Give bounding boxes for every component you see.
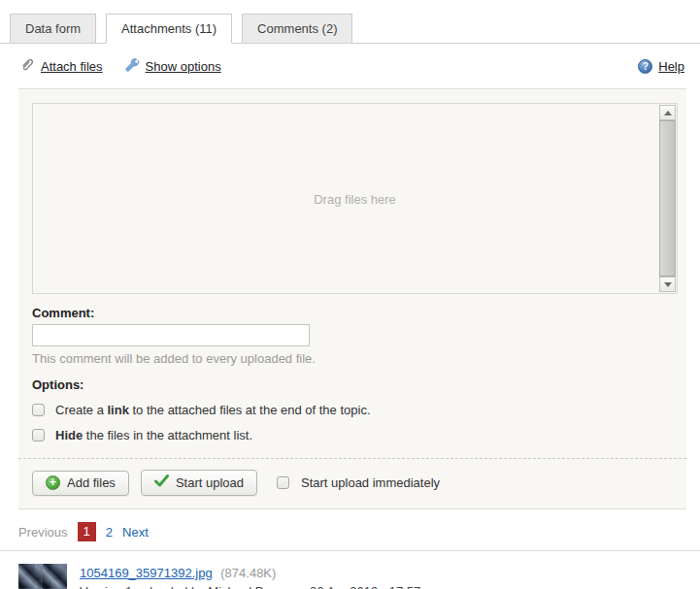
help-icon: ?: [638, 59, 652, 74]
create-link-text-post: to the attached files at the end of the …: [129, 403, 371, 417]
tab-data-form[interactable]: Data form: [10, 14, 96, 43]
scroll-down-button[interactable]: [659, 277, 676, 292]
pagination: Previous 1 2 Next: [0, 509, 700, 551]
comment-hint: This comment will be added to every uplo…: [32, 351, 678, 366]
tab-comments[interactable]: Comments (2): [242, 14, 352, 43]
create-link-text-bold: link: [107, 403, 128, 417]
attachment-title-line: 1054169_35971392.jpg (874.48K): [80, 565, 420, 581]
comment-input[interactable]: [32, 324, 310, 346]
comment-label: Comment:: [32, 306, 678, 320]
upload-panel: Drag files here Comment: This comment wi…: [18, 88, 686, 509]
pagination-page-1-current[interactable]: 1: [78, 522, 96, 541]
attachment-meta: 1054169_35971392.jpg (874.48K) Version 1…: [80, 564, 420, 589]
attachment-thumbnail[interactable]: [18, 564, 67, 589]
upload-actions: + Add files Start upload Start upload im…: [32, 459, 678, 508]
tab-attachments[interactable]: Attachments (11): [106, 14, 232, 44]
dropzone[interactable]: Drag files here: [32, 103, 678, 294]
help-label: Help: [658, 59, 684, 74]
attach-files-link[interactable]: Attach files: [19, 57, 103, 76]
hide-files-option-label: Hide the files in the attachment list.: [55, 428, 252, 442]
scroll-up-button[interactable]: [659, 105, 676, 120]
attachment-size: (874.48K): [220, 566, 276, 580]
checkmark-icon: [154, 474, 169, 490]
comment-section: Comment: This comment will be added to e…: [32, 306, 678, 442]
attach-files-label: Attach files: [41, 59, 103, 74]
attachment-filename-link[interactable]: 1054169_35971392.jpg: [80, 566, 213, 580]
paperclip-icon: [19, 57, 35, 76]
hide-files-checkbox[interactable]: [32, 429, 45, 442]
add-circle-icon: +: [46, 475, 60, 490]
dropzone-hint-text: Drag files here: [314, 191, 396, 206]
option-row-hide-files: Hide the files in the attachment list.: [32, 428, 678, 442]
start-immediately-label: Start upload immediately: [301, 475, 440, 490]
wrench-icon: [124, 57, 140, 76]
triangle-up-icon: [664, 111, 672, 115]
show-options-link[interactable]: Show options: [124, 57, 221, 76]
add-files-button-label: Add files: [67, 475, 116, 490]
hide-files-text-post: the files in the attachment list.: [83, 428, 252, 442]
dropzone-scrollbar[interactable]: [659, 105, 676, 292]
add-files-button[interactable]: + Add files: [32, 471, 129, 496]
pagination-page-2-link[interactable]: 2: [106, 525, 113, 540]
start-upload-button-label: Start upload: [176, 475, 244, 490]
start-immediately-checkbox[interactable]: [277, 476, 289, 489]
triangle-down-icon: [664, 282, 672, 287]
show-options-label: Show options: [146, 59, 221, 74]
toolbar-left-group: Attach files Show options: [19, 57, 221, 76]
scrollbar-thumb[interactable]: [659, 120, 676, 277]
attachments-toolbar: Attach files Show options ? Help: [0, 44, 700, 88]
create-link-text-pre: Create a: [55, 403, 107, 417]
options-label: Options:: [32, 377, 678, 392]
scrollbar-track[interactable]: [659, 120, 676, 277]
create-link-option-label: Create a link to the attached files at t…: [55, 403, 371, 417]
option-row-create-link: Create a link to the attached files at t…: [32, 403, 678, 417]
create-link-checkbox[interactable]: [32, 404, 45, 416]
help-link[interactable]: ? Help: [638, 59, 684, 74]
tab-bar: Data form Attachments (11) Comments (2): [0, 0, 700, 44]
hide-files-text-bold: Hide: [55, 428, 83, 442]
attachment-version-details: Version 1 uploaded by Michael Daum on 26…: [80, 583, 420, 589]
attachment-row: 1054169_35971392.jpg (874.48K) Version 1…: [18, 564, 700, 589]
pagination-previous: Previous: [18, 525, 68, 540]
pagination-next-link[interactable]: Next: [122, 525, 149, 540]
start-upload-button[interactable]: Start upload: [141, 470, 257, 496]
